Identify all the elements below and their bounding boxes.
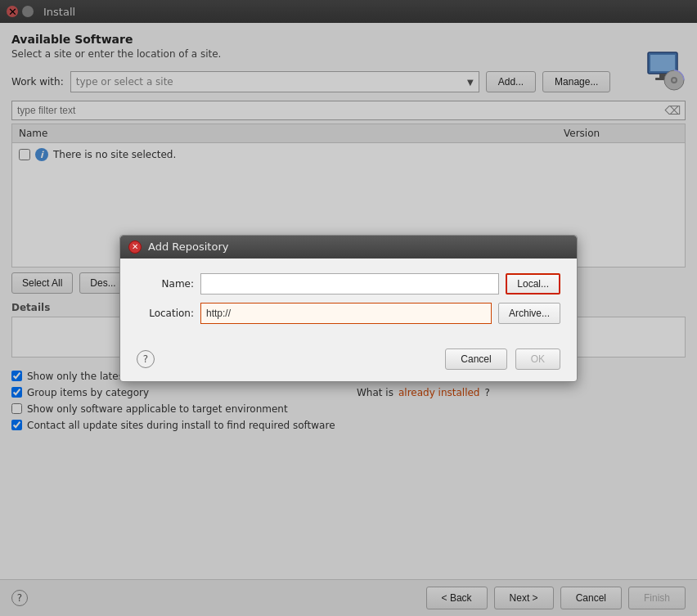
dialog-titlebar: ✕ Add Repository (120, 236, 577, 259)
dialog-close-button[interactable]: ✕ (128, 241, 142, 254)
local-button[interactable]: Local... (506, 273, 560, 295)
dialog-footer: ? Cancel OK (120, 342, 577, 381)
name-form-row: Name: Local... (137, 273, 560, 295)
dialog-body: Name: Local... Location: Archive... (120, 259, 577, 342)
cancel-dialog-button[interactable]: Cancel (445, 348, 506, 370)
name-input[interactable] (200, 273, 499, 295)
location-label: Location: (137, 308, 194, 319)
ok-dialog-button[interactable]: OK (515, 348, 560, 370)
location-form-row: Location: Archive... (137, 303, 560, 324)
location-input[interactable] (200, 303, 492, 324)
name-label: Name: (137, 278, 194, 290)
add-repository-dialog: ✕ Add Repository Name: Local... Location… (119, 235, 578, 382)
dialog-help-icon[interactable]: ? (137, 350, 155, 368)
modal-overlay: ✕ Add Repository Name: Local... Location… (0, 0, 697, 616)
dialog-title: Add Repository (148, 241, 228, 253)
archive-button[interactable]: Archive... (498, 303, 560, 324)
